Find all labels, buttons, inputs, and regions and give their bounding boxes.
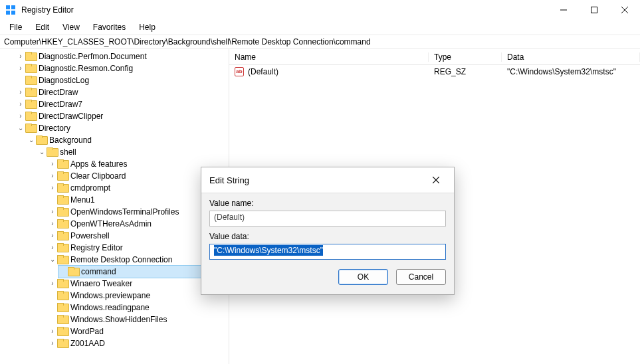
tree-label: Clear Clipboard — [70, 170, 126, 182]
tree-label: DirectDrawClipper — [39, 110, 103, 122]
expand-icon[interactable]: › — [48, 182, 57, 194]
tree-label: command — [81, 266, 116, 278]
tree-label: WordPad — [70, 325, 104, 337]
expand-icon[interactable]: › — [48, 218, 57, 230]
tree-label: DirectDraw7 — [39, 98, 82, 110]
expand-icon[interactable]: › — [16, 50, 25, 62]
column-type[interactable]: Type — [429, 52, 502, 62]
dialog-title: Edit String — [209, 175, 426, 185]
tree-label: Menu1 — [70, 194, 95, 206]
close-button[interactable] — [609, 0, 640, 20]
dialog-title-bar[interactable]: Edit String — [201, 167, 454, 193]
folder-icon — [57, 291, 68, 300]
tree-item-directory[interactable]: ⌄Directory — [16, 122, 229, 134]
tree-item[interactable]: ›Diagnostic.Perfmon.Document — [16, 50, 229, 62]
column-name[interactable]: Name — [229, 52, 429, 62]
folder-icon — [25, 52, 36, 61]
value-data: "C:\Windows\System32\mstsc" — [502, 67, 640, 76]
folder-icon — [47, 147, 57, 157]
folder-icon — [57, 171, 68, 181]
address-path: Computer\HKEY_CLASSES_ROOT\Directory\Bac… — [4, 37, 371, 46]
expand-icon[interactable]: › — [48, 278, 57, 290]
tree-item[interactable]: ›Diagnostic.Resmon.Config — [16, 62, 229, 74]
tree-label: Directory — [39, 122, 70, 134]
tree-label: Registry Editor — [70, 242, 123, 254]
dialog-close-button[interactable] — [426, 175, 446, 185]
svg-rect-5 — [591, 7, 597, 13]
expand-icon[interactable]: › — [48, 242, 57, 254]
address-bar[interactable]: Computer\HKEY_CLASSES_ROOT\Directory\Bac… — [0, 35, 640, 49]
menu-view[interactable]: View — [57, 21, 85, 33]
expand-icon[interactable]: › — [16, 98, 25, 110]
folder-icon — [25, 112, 36, 121]
tree-pane[interactable]: ›Diagnostic.Perfmon.Document ›Diagnostic… — [0, 49, 229, 364]
tree-item[interactable]: ·Windows.readingpane — [48, 302, 229, 314]
ok-button[interactable]: OK — [338, 269, 388, 285]
collapse-icon[interactable]: ⌄ — [48, 254, 57, 266]
folder-icon — [57, 231, 68, 240]
edit-string-dialog: Edit String Value name: (Default) Value … — [201, 167, 455, 295]
menu-edit[interactable]: Edit — [30, 21, 54, 33]
menu-help[interactable]: Help — [134, 21, 161, 33]
tree-item[interactable]: ›DirectDraw — [16, 86, 229, 98]
menu-file[interactable]: File — [4, 21, 27, 33]
tree-item[interactable]: ›DirectDrawClipper — [16, 110, 229, 122]
expand-icon[interactable]: › — [16, 62, 25, 74]
cancel-button[interactable]: Cancel — [396, 269, 446, 285]
minimize-button[interactable] — [548, 0, 579, 20]
column-data[interactable]: Data — [502, 52, 640, 62]
folder-icon — [36, 136, 47, 145]
tree-label: DirectDraw — [39, 86, 78, 98]
tree-label: OpenWTHereAsAdmin — [70, 218, 152, 230]
tree-item[interactable]: ›DirectDraw7 — [16, 98, 229, 110]
app-icon — [5, 5, 16, 15]
expand-icon[interactable]: › — [16, 86, 25, 98]
expand-icon[interactable]: › — [16, 110, 25, 122]
expand-icon[interactable]: › — [48, 230, 57, 242]
collapse-icon[interactable]: ⌄ — [37, 146, 47, 158]
folder-icon — [57, 183, 68, 193]
tree-label: Windows.previewpane — [70, 290, 150, 302]
folder-icon — [57, 219, 68, 228]
value-type: REG_SZ — [429, 67, 502, 76]
svg-rect-3 — [11, 11, 15, 15]
folder-icon — [57, 279, 68, 288]
list-header: Name Type Data — [229, 49, 640, 65]
value-name: (Default) — [248, 67, 278, 76]
tree-label: shell — [60, 146, 76, 158]
menu-favorites[interactable]: Favorites — [88, 21, 131, 33]
folder-icon — [57, 207, 68, 217]
tree-item[interactable]: ›Z001AAD — [48, 337, 229, 349]
tree-item[interactable]: ›WordPad — [48, 325, 229, 337]
tree-label: cmdprompt — [70, 182, 110, 194]
collapse-icon[interactable]: ⌄ — [27, 134, 36, 146]
tree-item-background[interactable]: ⌄Background — [27, 134, 229, 146]
tree-item-shell[interactable]: ⌄shell — [37, 146, 229, 158]
tree-item[interactable]: ·Windows.ShowHiddenFiles — [48, 314, 229, 325]
value-name-field[interactable]: (Default) — [209, 211, 446, 227]
tree-label: Powershell — [70, 230, 110, 242]
folder-icon — [57, 339, 68, 348]
tree-label: Apps & features — [70, 158, 127, 170]
expand-icon[interactable]: › — [48, 337, 57, 349]
window-title: Registry Editor — [21, 5, 74, 15]
value-data-field[interactable]: "C:\Windows\System32\mstsc" — [209, 244, 446, 260]
folder-icon — [68, 267, 78, 276]
list-row[interactable]: ab (Default) REG_SZ "C:\Windows\System32… — [229, 65, 640, 78]
expand-icon[interactable]: › — [48, 158, 57, 170]
tree-label: DiagnosticLog — [39, 74, 89, 86]
svg-rect-2 — [6, 11, 10, 15]
folder-icon — [57, 303, 68, 312]
value-data-label: Value data: — [209, 232, 446, 241]
tree-label: Diagnostic.Perfmon.Document — [39, 50, 147, 62]
expand-icon[interactable]: › — [48, 206, 57, 218]
collapse-icon[interactable]: ⌄ — [16, 122, 25, 134]
tree-label: Remote Desktop Connection — [70, 254, 172, 266]
tree-label: Winaero Tweaker — [70, 278, 132, 290]
maximize-button[interactable] — [579, 0, 609, 20]
title-bar: Registry Editor — [0, 0, 640, 20]
expand-icon[interactable]: › — [48, 170, 57, 182]
expand-icon[interactable]: › — [48, 325, 57, 337]
tree-item[interactable]: ·DiagnosticLog — [16, 74, 229, 86]
folder-icon — [57, 195, 68, 205]
